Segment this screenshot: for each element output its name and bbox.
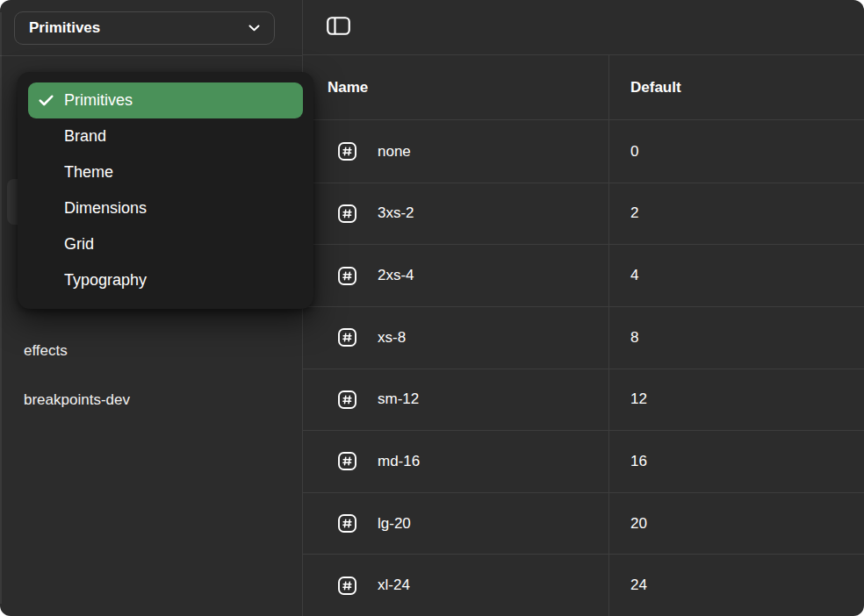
menu-item-label: Brand [64, 127, 106, 146]
table-row[interactable]: md-16 16 [303, 430, 864, 492]
column-header-default[interactable]: Default [608, 79, 681, 97]
collection-dropdown-value: Primitives [29, 19, 100, 37]
collection-dropdown[interactable]: Primitives [14, 11, 275, 45]
variable-name-cell: lg-20 [303, 514, 608, 533]
menu-item[interactable]: Grid [28, 226, 303, 262]
variable-default-value: 0 [608, 143, 638, 161]
sidebar-item-label: breakpoints-dev [24, 391, 130, 409]
menu-item[interactable]: Dimensions [28, 190, 303, 226]
sidebar-item[interactable]: breakpoints-dev [0, 376, 302, 425]
number-variable-icon [338, 514, 356, 533]
table-row[interactable]: none 0 [303, 121, 864, 183]
variable-name: xs-8 [378, 329, 406, 347]
variable-default-value: 24 [608, 577, 647, 594]
variable-name-cell: md-16 [303, 452, 608, 470]
table-row[interactable]: sm-12 12 [303, 369, 864, 431]
table-header-row: Name Default [303, 55, 864, 120]
table-row[interactable]: 2xs-4 4 [303, 244, 864, 306]
variable-name: 3xs-2 [378, 204, 414, 222]
number-variable-icon [338, 204, 356, 223]
number-variable-icon [338, 577, 356, 595]
menu-item[interactable]: Primitives [28, 82, 303, 118]
variable-default-value: 2 [608, 204, 638, 222]
variables-panel-window: Primitives effects breakpoints-dev [0, 0, 864, 616]
number-variable-icon [338, 328, 356, 347]
sidebar-toggle-button[interactable] [327, 17, 350, 38]
sidebar-item[interactable]: effects [0, 326, 302, 376]
chevron-down-icon [248, 25, 260, 32]
column-header-name[interactable]: Name [303, 79, 608, 97]
variable-name: lg-20 [378, 515, 411, 533]
number-variable-icon [338, 267, 356, 285]
table-row[interactable]: 3xs-2 2 [303, 183, 864, 245]
variable-default-value: 20 [608, 515, 647, 533]
sidebar-item-label: effects [24, 342, 68, 360]
variable-name-cell: xl-24 [303, 577, 608, 595]
variable-default-value: 16 [608, 453, 647, 470]
variable-name-cell: sm-12 [303, 390, 608, 409]
variable-name-cell: xs-8 [303, 328, 608, 347]
table-row[interactable]: xs-8 8 [303, 306, 864, 369]
variable-default-value: 4 [608, 267, 638, 284]
variable-name-cell: none [303, 142, 608, 161]
variable-name: sm-12 [378, 390, 419, 408]
menu-item[interactable]: Brand [28, 118, 303, 154]
variable-name: xl-24 [378, 577, 410, 594]
variable-default-value: 12 [608, 390, 647, 408]
sidebar-toggle-icon [327, 17, 350, 38]
menu-item[interactable]: Theme [28, 154, 303, 190]
number-variable-icon [338, 142, 356, 161]
variable-name-cell: 3xs-2 [303, 204, 608, 223]
table-row[interactable]: lg-20 20 [303, 492, 864, 555]
number-variable-icon [338, 390, 356, 409]
variables-main-area: Name Default none [303, 0, 864, 616]
variable-name: 2xs-4 [378, 267, 414, 284]
table-row[interactable]: xl-24 24 [303, 554, 864, 616]
number-variable-icon [338, 452, 356, 470]
variable-name: none [378, 143, 411, 161]
sidebar-collection-list: effects breakpoints-dev [0, 326, 302, 425]
menu-item-label: Theme [64, 163, 113, 182]
menu-item-label: Grid [64, 235, 94, 254]
variable-name: md-16 [378, 453, 420, 470]
menu-item-label: Dimensions [64, 199, 147, 218]
menu-item-label: Typography [64, 271, 147, 290]
collection-dropdown-menu: Primitives Brand Theme [18, 72, 313, 309]
menu-item[interactable]: Typography [28, 262, 303, 298]
variables-table: Name Default none [303, 55, 864, 616]
check-icon [39, 95, 64, 106]
variable-name-cell: 2xs-4 [303, 267, 608, 285]
variable-default-value: 8 [608, 329, 638, 347]
menu-item-label: Primitives [64, 91, 133, 110]
sidebar-divider [0, 55, 302, 56]
toolbar [303, 0, 864, 55]
table-body: none 0 3xs-2 [303, 121, 864, 616]
